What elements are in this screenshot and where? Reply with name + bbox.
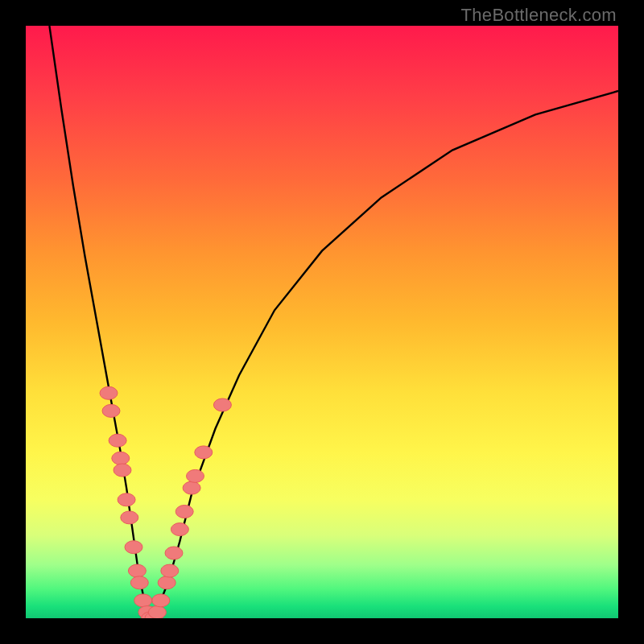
watermark-text: TheBottleneck.com: [461, 5, 617, 26]
plot-background-gradient: [26, 26, 618, 618]
chart-frame: TheBottleneck.com: [0, 0, 644, 644]
